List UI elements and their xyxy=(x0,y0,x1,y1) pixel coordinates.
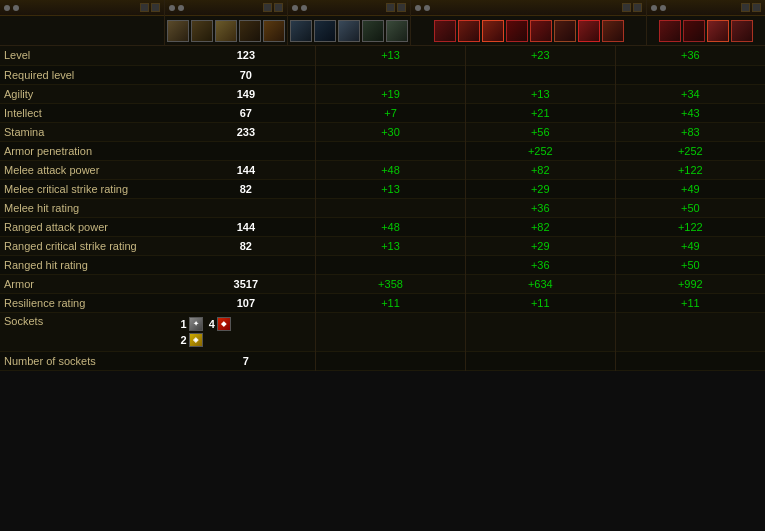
stat-label: Ranged critical strike rating xyxy=(0,236,177,255)
number-of-sockets-row: Number of sockets7 xyxy=(0,351,765,370)
panel0-close-btn[interactable] xyxy=(151,3,160,12)
sockets-label: Sockets xyxy=(0,312,177,351)
panel1-icon-5[interactable] xyxy=(263,20,285,42)
panel3-icon-2[interactable] xyxy=(458,20,480,42)
panel2-title-left xyxy=(292,5,307,11)
stat-diff2: +634 xyxy=(465,274,615,293)
panel3-dot xyxy=(415,5,421,11)
panel4-title-bar xyxy=(647,0,765,16)
panel3-title-left xyxy=(415,5,430,11)
sockets-diff1 xyxy=(316,312,466,351)
stat-label: Melee hit rating xyxy=(0,198,177,217)
stat-diff2 xyxy=(465,65,615,84)
panel1-close-btn[interactable] xyxy=(274,3,283,12)
panel0-dot xyxy=(4,5,10,11)
stats-table-container: Level123+13+23+36Required level70Agility… xyxy=(0,46,765,531)
stat-label: Ranged attack power xyxy=(0,217,177,236)
panel2-icon-2[interactable] xyxy=(314,20,336,42)
socket-count-3: 2 xyxy=(181,334,187,346)
panel2-icons xyxy=(288,16,410,46)
panel3-settings-btn[interactable] xyxy=(622,3,631,12)
panel4-icon-4[interactable] xyxy=(731,20,753,42)
table-row: Melee attack power144+48+82+122 xyxy=(0,160,765,179)
panel3-icon-5[interactable] xyxy=(530,20,552,42)
panel2-dot2 xyxy=(301,5,307,11)
panel2-icon-5[interactable] xyxy=(386,20,408,42)
panel3-icon-8[interactable] xyxy=(602,20,624,42)
table-row: Level123+13+23+36 xyxy=(0,46,765,65)
sockets-base: 1 ✦ 4 ◆ 2 ◈ xyxy=(177,312,316,351)
stat-diff1: +7 xyxy=(316,103,466,122)
panel3-dot2 xyxy=(424,5,430,11)
stat-diff3: +36 xyxy=(615,46,765,65)
table-row: Required level70 xyxy=(0,65,765,84)
panel1-icon-3[interactable] xyxy=(215,20,237,42)
stat-diff1: +48 xyxy=(316,160,466,179)
table-row: Ranged attack power144+48+82+122 xyxy=(0,217,765,236)
stat-base-value: 107 xyxy=(177,293,316,312)
stat-base-value: 3517 xyxy=(177,274,316,293)
panel0-dot2 xyxy=(13,5,19,11)
panel4-dot2 xyxy=(660,5,666,11)
panel3-icon-3[interactable] xyxy=(482,20,504,42)
number-of-sockets-value: 7 xyxy=(177,351,316,370)
stat-label: Agility xyxy=(0,84,177,103)
panel1-controls[interactable] xyxy=(263,3,283,12)
stat-diff3: +43 xyxy=(615,103,765,122)
stat-diff2: +13 xyxy=(465,84,615,103)
panel2-dot xyxy=(292,5,298,11)
panel1-settings-btn[interactable] xyxy=(263,3,272,12)
panel4-icon-2[interactable] xyxy=(683,20,705,42)
panel0-icons xyxy=(0,16,164,46)
number-of-sockets-label: Number of sockets xyxy=(0,351,177,370)
stat-diff1: +30 xyxy=(316,122,466,141)
panel0-title-bar xyxy=(0,0,164,16)
panel2-icon-1[interactable] xyxy=(290,20,312,42)
panel1-icon-4[interactable] xyxy=(239,20,261,42)
panel2-icon-3[interactable] xyxy=(338,20,360,42)
panel3-icons xyxy=(411,16,646,46)
stat-diff2: +29 xyxy=(465,179,615,198)
panel3-icon-1[interactable] xyxy=(434,20,456,42)
panel4-controls[interactable] xyxy=(741,3,761,12)
panel1-icon-2[interactable] xyxy=(191,20,213,42)
stat-diff2: +82 xyxy=(465,160,615,179)
panel2-close-btn[interactable] xyxy=(397,3,406,12)
panel2-icon-4[interactable] xyxy=(362,20,384,42)
panel3-icon-7[interactable] xyxy=(578,20,600,42)
stat-base-value: 70 xyxy=(177,65,316,84)
stat-diff2: +23 xyxy=(465,46,615,65)
panel3-controls[interactable] xyxy=(622,3,642,12)
panel1-icon-1[interactable] xyxy=(167,20,189,42)
panel0-controls[interactable] xyxy=(140,3,160,12)
panel2-settings-btn[interactable] xyxy=(386,3,395,12)
stat-base-value: 123 xyxy=(177,46,316,65)
panel4-close-btn[interactable] xyxy=(752,3,761,12)
panel3-title-bar xyxy=(411,0,646,16)
stat-label: Required level xyxy=(0,65,177,84)
panel4-dot xyxy=(651,5,657,11)
stat-diff2: +29 xyxy=(465,236,615,255)
panel2-controls[interactable] xyxy=(386,3,406,12)
panel4-settings-btn[interactable] xyxy=(741,3,750,12)
stat-label: Melee attack power xyxy=(0,160,177,179)
table-row: Ranged critical strike rating82+13+29+49 xyxy=(0,236,765,255)
panel4-icon-3[interactable] xyxy=(707,20,729,42)
panel0-settings-btn[interactable] xyxy=(140,3,149,12)
socket-line-2: 2 ◈ xyxy=(181,333,312,347)
panel3-icon-4[interactable] xyxy=(506,20,528,42)
stat-label: Ranged hit rating xyxy=(0,255,177,274)
stat-diff1: +48 xyxy=(316,217,466,236)
panel0-title-left xyxy=(4,5,19,11)
stat-diff1 xyxy=(316,65,466,84)
panel4-icon-1[interactable] xyxy=(659,20,681,42)
panel3-icon-6[interactable] xyxy=(554,20,576,42)
stat-base-value: 82 xyxy=(177,236,316,255)
socket-count-2: 4 xyxy=(209,318,215,330)
panel3-close-btn[interactable] xyxy=(633,3,642,12)
stat-diff3: +83 xyxy=(615,122,765,141)
sockets-row: Sockets 1 ✦ 4 ◆ 2 ◈ xyxy=(0,312,765,351)
stat-diff3: +49 xyxy=(615,236,765,255)
stat-base-value: 149 xyxy=(177,84,316,103)
stat-diff3: +122 xyxy=(615,160,765,179)
